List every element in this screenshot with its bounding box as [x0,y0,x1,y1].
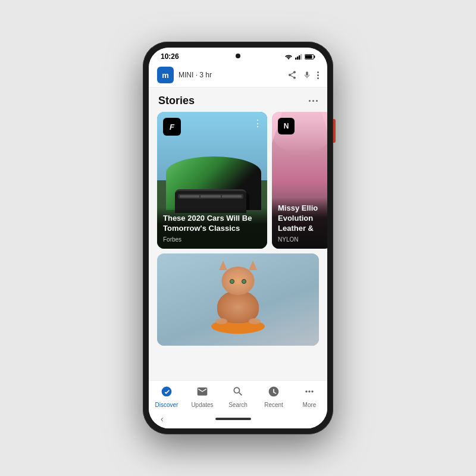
phone-screen: 10:26 [149,48,327,428]
forbes-headline: These 2020 Cars Will Be Tomorrow's Class… [163,214,261,234]
cat-eye-right [242,279,246,284]
status-time: 10:26 [161,52,179,61]
signal-icon [295,54,302,60]
search-label: Search [228,402,248,408]
cat-eyes [230,279,246,284]
recent-icon [268,386,280,400]
nav-discover[interactable]: Discover [149,386,184,408]
svg-rect-1 [297,56,298,59]
stories-grid: F ⋮ These 2020 Cars Will Be Tomorrow's C… [149,112,327,249]
battery-icon [305,54,315,60]
forbes-letter: F [170,123,174,131]
stories-more-icon[interactable] [309,100,318,102]
nylon-text-overlay: Missy Ellio Evolution Leather & NYLON [272,198,327,249]
nav-updates[interactable]: Updates [184,386,220,408]
nav-search[interactable]: Search [220,386,256,408]
status-icons [284,54,315,60]
notification-bar[interactable]: m MINI · 3 hr [149,63,327,87]
svg-rect-2 [299,55,300,60]
updates-icon [196,386,208,400]
more-icon [303,386,315,400]
nylon-badge: N [278,118,295,134]
cat-paw-left [215,318,227,324]
discover-icon [161,386,173,400]
search-icon [232,386,244,400]
nav-more[interactable]: More [292,386,327,408]
discover-label: Discover [155,402,178,408]
notif-text: MINI · 3 hr [178,71,283,79]
stories-header: Stories [149,87,327,112]
svg-rect-6 [305,55,312,58]
cat-story-card[interactable] [157,253,319,346]
story-card-nylon[interactable]: N Missy Ellio Evolution Leather & NYLON [272,112,327,249]
updates-label: Updates [191,402,213,408]
more-label: More [303,402,317,408]
nylon-headline: Missy Ellio Evolution Leather & [278,203,325,234]
notif-app-icon: m [157,67,174,83]
share-icon[interactable] [287,70,297,80]
cat-paw-right [249,318,261,324]
main-content: Stories [149,87,327,380]
notif-actions [287,70,319,80]
recent-label: Recent [264,402,283,408]
bottom-nav: Discover Updates Search [149,380,327,412]
nav-recent[interactable]: Recent [256,386,292,408]
back-arrow[interactable]: ‹ [161,414,164,424]
cat-eye-left [230,279,234,284]
svg-rect-3 [300,54,302,60]
forbes-badge: F [163,118,181,136]
nylon-letter: N [284,122,289,130]
nylon-source: NYLON [278,236,325,243]
svg-rect-0 [295,57,296,60]
camera-notch [236,54,240,58]
svg-rect-5 [314,55,315,58]
gesture-bar[interactable] [215,418,251,420]
wifi-icon [284,54,293,60]
forbes-more-btn[interactable]: ⋮ [253,118,262,129]
forbes-text-overlay: These 2020 Cars Will Be Tomorrow's Class… [157,208,267,249]
phone-frame: 10:26 [143,42,333,434]
notif-app-letter: m [162,71,169,80]
gesture-bar-area: ‹ [149,412,327,428]
stories-title: Stories [158,95,195,107]
forbes-source: Forbes [163,236,261,243]
story-card-forbes[interactable]: F ⋮ These 2020 Cars Will Be Tomorrow's C… [157,112,267,249]
mic-icon[interactable] [303,70,311,80]
notif-more-icon[interactable] [317,71,319,79]
